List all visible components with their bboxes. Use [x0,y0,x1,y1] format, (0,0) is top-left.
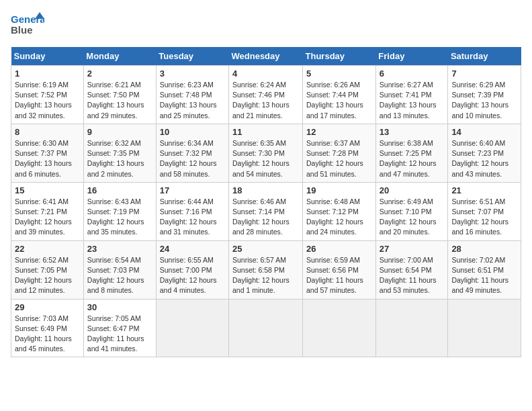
calendar-cell [303,299,376,357]
calendar-cell: 10Sunrise: 6:34 AMSunset: 7:32 PMDayligh… [156,124,228,182]
header-sunday: Sunday [11,47,84,66]
day-number: 20 [380,185,445,195]
day-number: 1 [15,68,80,79]
calendar-week-5: 29Sunrise: 7:03 AMSunset: 6:49 PMDayligh… [11,299,521,357]
day-number: 26 [306,244,372,254]
day-info: Sunrise: 6:51 AMSunset: 7:07 PMDaylight:… [451,197,517,238]
calendar-cell [156,299,228,357]
calendar-cell: 29Sunrise: 7:03 AMSunset: 6:49 PMDayligh… [11,299,84,357]
calendar-cell: 28Sunrise: 7:02 AMSunset: 6:51 PMDayligh… [448,240,521,299]
day-number: 29 [15,302,80,312]
day-number: 17 [160,185,225,195]
day-number: 19 [306,185,372,195]
calendar-cell: 3Sunrise: 6:23 AMSunset: 7:48 PMDaylight… [156,66,228,124]
day-info: Sunrise: 6:40 AMSunset: 7:23 PMDaylight:… [451,138,517,179]
day-number: 9 [87,127,152,137]
day-info: Sunrise: 6:44 AMSunset: 7:16 PMDaylight:… [160,197,225,238]
calendar-table: SundayMondayTuesdayWednesdayThursdayFrid… [11,47,521,357]
day-info: Sunrise: 6:55 AMSunset: 7:00 PMDaylight:… [160,255,225,296]
day-number: 15 [15,185,80,195]
calendar-cell: 25Sunrise: 6:57 AMSunset: 6:58 PMDayligh… [229,240,303,299]
calendar-cell: 13Sunrise: 6:38 AMSunset: 7:25 PMDayligh… [375,124,448,182]
day-number: 28 [451,244,517,254]
calendar-cell: 7Sunrise: 6:29 AMSunset: 7:39 PMDaylight… [448,66,521,124]
day-info: Sunrise: 6:29 AMSunset: 7:39 PMDaylight:… [451,80,517,121]
header-monday: Monday [83,47,156,66]
page-header: General Blue [11,11,521,39]
day-info: Sunrise: 6:59 AMSunset: 6:56 PMDaylight:… [306,255,372,296]
day-info: Sunrise: 6:19 AMSunset: 7:52 PMDaylight:… [15,80,80,121]
day-info: Sunrise: 6:26 AMSunset: 7:44 PMDaylight:… [306,80,372,121]
day-info: Sunrise: 7:00 AMSunset: 6:54 PMDaylight:… [380,255,445,296]
calendar-cell: 1Sunrise: 6:19 AMSunset: 7:52 PMDaylight… [11,66,84,124]
calendar-cell: 12Sunrise: 6:37 AMSunset: 7:28 PMDayligh… [303,124,376,182]
calendar-cell [375,299,448,357]
calendar-cell: 19Sunrise: 6:48 AMSunset: 7:12 PMDayligh… [303,182,376,240]
day-info: Sunrise: 6:27 AMSunset: 7:41 PMDaylight:… [380,80,445,121]
day-number: 4 [232,68,299,79]
calendar-cell: 6Sunrise: 6:27 AMSunset: 7:41 PMDaylight… [375,66,448,124]
day-number: 8 [15,127,80,137]
calendar-week-3: 15Sunrise: 6:41 AMSunset: 7:21 PMDayligh… [11,182,521,240]
calendar-cell: 11Sunrise: 6:35 AMSunset: 7:30 PMDayligh… [229,124,303,182]
calendar-header: SundayMondayTuesdayWednesdayThursdayFrid… [11,47,521,66]
header-thursday: Thursday [303,47,376,66]
calendar-week-1: 1Sunrise: 6:19 AMSunset: 7:52 PMDaylight… [11,66,521,124]
day-number: 30 [87,302,152,312]
calendar-cell: 26Sunrise: 6:59 AMSunset: 6:56 PMDayligh… [303,240,376,299]
day-info: Sunrise: 6:52 AMSunset: 7:05 PMDaylight:… [15,255,80,296]
header-friday: Friday [375,47,448,66]
calendar-cell: 22Sunrise: 6:52 AMSunset: 7:05 PMDayligh… [11,240,84,299]
day-info: Sunrise: 6:34 AMSunset: 7:32 PMDaylight:… [160,138,225,179]
calendar-cell: 15Sunrise: 6:41 AMSunset: 7:21 PMDayligh… [11,182,84,240]
day-info: Sunrise: 6:41 AMSunset: 7:21 PMDaylight:… [15,197,80,238]
day-info: Sunrise: 6:24 AMSunset: 7:46 PMDaylight:… [232,80,299,121]
calendar-cell [229,299,303,357]
day-info: Sunrise: 6:46 AMSunset: 7:14 PMDaylight:… [232,197,299,238]
calendar-cell: 5Sunrise: 6:26 AMSunset: 7:44 PMDaylight… [303,66,376,124]
day-info: Sunrise: 6:32 AMSunset: 7:35 PMDaylight:… [87,138,152,179]
calendar-cell: 2Sunrise: 6:21 AMSunset: 7:50 PMDaylight… [83,66,156,124]
calendar-cell: 30Sunrise: 7:05 AMSunset: 6:47 PMDayligh… [83,299,156,357]
day-number: 5 [306,68,372,79]
day-number: 23 [87,244,152,254]
day-number: 18 [232,185,299,195]
day-info: Sunrise: 6:43 AMSunset: 7:19 PMDaylight:… [87,197,152,238]
day-info: Sunrise: 6:37 AMSunset: 7:28 PMDaylight:… [306,138,372,179]
calendar-cell: 14Sunrise: 6:40 AMSunset: 7:23 PMDayligh… [448,124,521,182]
day-number: 14 [451,127,517,137]
day-info: Sunrise: 7:02 AMSunset: 6:51 PMDaylight:… [451,255,517,296]
day-info: Sunrise: 7:05 AMSunset: 6:47 PMDaylight:… [87,314,152,355]
day-info: Sunrise: 6:57 AMSunset: 6:58 PMDaylight:… [232,255,299,296]
day-info: Sunrise: 6:54 AMSunset: 7:03 PMDaylight:… [87,255,152,296]
day-number: 12 [306,127,372,137]
day-number: 22 [15,244,80,254]
calendar-cell: 24Sunrise: 6:55 AMSunset: 7:00 PMDayligh… [156,240,228,299]
calendar-cell: 18Sunrise: 6:46 AMSunset: 7:14 PMDayligh… [229,182,303,240]
svg-text:Blue: Blue [11,24,33,36]
calendar-cell: 9Sunrise: 6:32 AMSunset: 7:35 PMDaylight… [83,124,156,182]
day-info: Sunrise: 6:48 AMSunset: 7:12 PMDaylight:… [306,197,372,238]
calendar-cell: 4Sunrise: 6:24 AMSunset: 7:46 PMDaylight… [229,66,303,124]
day-number: 10 [160,127,225,137]
calendar-cell [448,299,521,357]
day-info: Sunrise: 6:21 AMSunset: 7:50 PMDaylight:… [87,80,152,121]
calendar-cell: 8Sunrise: 6:30 AMSunset: 7:37 PMDaylight… [11,124,84,182]
calendar-cell: 21Sunrise: 6:51 AMSunset: 7:07 PMDayligh… [448,182,521,240]
day-number: 24 [160,244,225,254]
day-number: 25 [232,244,299,254]
day-info: Sunrise: 6:30 AMSunset: 7:37 PMDaylight:… [15,138,80,179]
day-number: 13 [380,127,445,137]
day-info: Sunrise: 7:03 AMSunset: 6:49 PMDaylight:… [15,314,80,355]
logo: General Blue [11,11,44,39]
day-number: 3 [160,68,225,79]
calendar-cell: 23Sunrise: 6:54 AMSunset: 7:03 PMDayligh… [83,240,156,299]
calendar-cell: 16Sunrise: 6:43 AMSunset: 7:19 PMDayligh… [83,182,156,240]
day-number: 6 [380,68,445,79]
day-number: 16 [87,185,152,195]
calendar-week-4: 22Sunrise: 6:52 AMSunset: 7:05 PMDayligh… [11,240,521,299]
day-number: 11 [232,127,299,137]
header-wednesday: Wednesday [229,47,303,66]
header-tuesday: Tuesday [156,47,228,66]
header-saturday: Saturday [448,47,521,66]
